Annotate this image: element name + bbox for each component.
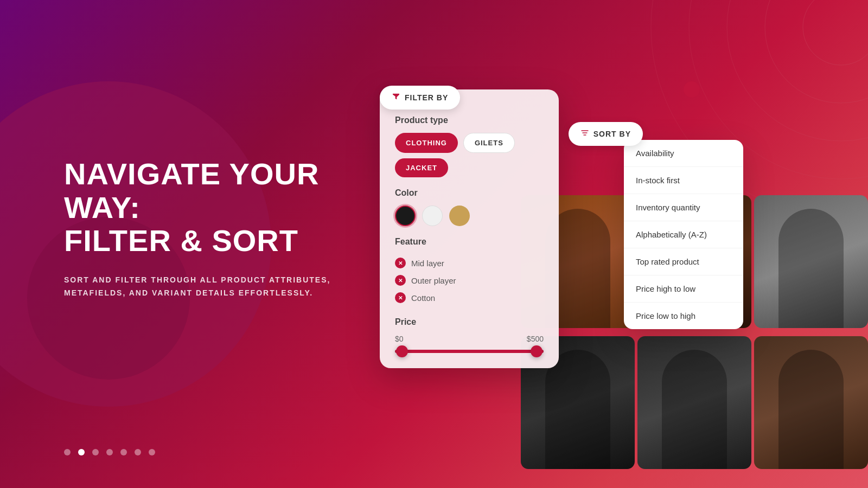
feature-outer-player-label: Outer player: [411, 276, 456, 285]
svg-point-2: [727, 0, 868, 141]
price-slider-track[interactable]: [395, 350, 544, 353]
price-max-label: $500: [527, 335, 544, 343]
type-btn-gilets[interactable]: GILETS: [463, 133, 515, 153]
sort-item-instock[interactable]: In-stock first: [624, 167, 743, 194]
feature-outer-player[interactable]: Outer player: [395, 272, 544, 289]
sort-dropdown: Availability In-stock first Inventory qu…: [624, 140, 743, 329]
dot-6[interactable]: [135, 449, 141, 455]
price-slider-thumb-left[interactable]: [396, 345, 408, 357]
color-swatch-white[interactable]: [422, 206, 443, 226]
sort-item-alphabetically[interactable]: Alphabetically (A-Z): [624, 221, 743, 248]
feature-cotton[interactable]: Cotton: [395, 289, 544, 306]
filter-by-label: FILTER BY: [405, 93, 448, 102]
dot-3[interactable]: [92, 449, 99, 455]
price-slider-fill: [395, 350, 544, 353]
sort-by-label: SORT BY: [593, 130, 631, 138]
hero-title-line2: FILTER & SORT: [64, 223, 298, 258]
filter-by-button[interactable]: FILTER BY: [380, 86, 460, 110]
svg-point-3: [765, 0, 868, 103]
feature-label: Feature: [395, 237, 544, 247]
red-dot-decoration: [684, 81, 700, 98]
sort-icon: [580, 129, 589, 139]
feature-mid-layer[interactable]: Mid layer: [395, 254, 544, 272]
sort-item-price-high-low[interactable]: Price high to low: [624, 275, 743, 303]
sort-item-availability[interactable]: Availability: [624, 140, 743, 167]
price-range-labels: $0 $500: [395, 335, 544, 343]
price-slider-thumb-right[interactable]: [531, 345, 542, 357]
color-label: Color: [395, 188, 544, 198]
sort-item-price-low-high[interactable]: Price low to high: [624, 303, 743, 329]
dot-5[interactable]: [120, 449, 127, 455]
feature-section: Feature Mid layer Outer player Cotton: [395, 237, 544, 306]
feature-check-mid-layer: [395, 258, 406, 268]
color-section: Color: [395, 188, 544, 226]
filter-icon: [392, 92, 400, 103]
price-section: Price $0 $500: [395, 317, 544, 353]
hero-title: NAVIGATE YOUR WAY: FILTER & SORT: [64, 157, 390, 258]
product-card-6: [754, 336, 868, 469]
product-type-label: Product type: [395, 115, 544, 125]
carousel-dots: [64, 449, 155, 455]
svg-point-4: [803, 0, 868, 65]
filter-panel: Product type CLOTHING GILETS JACKET Colo…: [380, 89, 559, 368]
color-swatches: [395, 206, 544, 226]
color-swatch-tan[interactable]: [449, 206, 470, 226]
price-label: Price: [395, 317, 544, 327]
feature-mid-layer-label: Mid layer: [411, 259, 444, 268]
price-min-label: $0: [395, 335, 404, 343]
type-btn-jacket[interactable]: JACKET: [395, 158, 448, 177]
dot-1[interactable]: [64, 449, 71, 455]
hero-subtitle: SORT AND FILTER THROUGH ALL PRODUCT ATTR…: [64, 274, 390, 300]
feature-check-cotton: [395, 292, 406, 303]
dot-2[interactable]: [78, 449, 85, 455]
dot-7[interactable]: [149, 449, 155, 455]
dot-4[interactable]: [106, 449, 113, 455]
hero-title-line1: NAVIGATE YOUR WAY:: [64, 157, 319, 224]
hero-section: NAVIGATE YOUR WAY: FILTER & SORT SORT AN…: [64, 157, 390, 299]
product-bottom-row: [521, 336, 868, 469]
product-type-buttons: CLOTHING GILETS JACKET: [395, 133, 544, 177]
sort-item-top-rated[interactable]: Top rated product: [624, 248, 743, 275]
product-card-3: [754, 195, 868, 328]
sort-by-button[interactable]: SORT BY: [569, 122, 643, 146]
sort-item-inventory[interactable]: Inventory quantity: [624, 194, 743, 221]
type-btn-clothing[interactable]: CLOTHING: [395, 133, 458, 153]
filter-panel-content: Product type CLOTHING GILETS JACKET Colo…: [395, 115, 544, 353]
feature-cotton-label: Cotton: [411, 293, 435, 303]
feature-check-outer-player: [395, 275, 406, 286]
color-swatch-black[interactable]: [395, 206, 416, 226]
product-card-5: [637, 336, 751, 469]
